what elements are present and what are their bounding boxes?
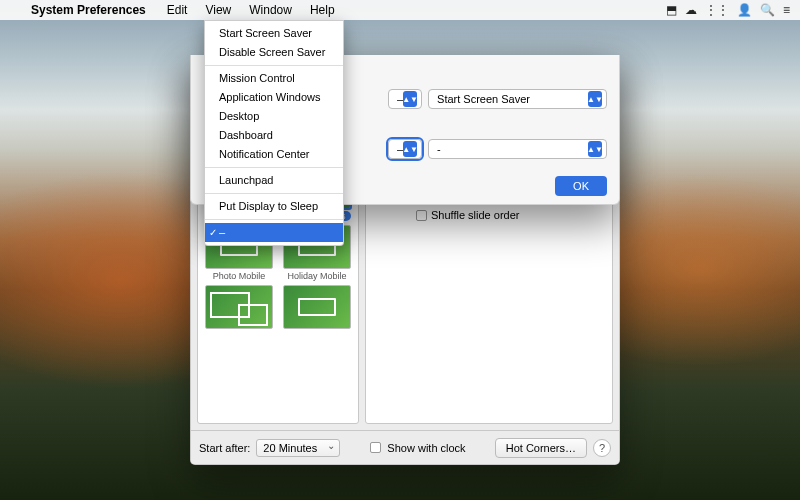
corner-bottom-left-popup[interactable]: –▲▼: [388, 139, 422, 159]
dropdown-item[interactable]: Start Screen Saver: [205, 24, 343, 43]
check-icon: ✓: [209, 225, 217, 240]
thumb-label: Photo Mobile: [205, 271, 273, 281]
separator: [205, 193, 343, 194]
ok-button[interactable]: OK: [555, 176, 607, 196]
start-after-popup[interactable]: 20 Minutes: [256, 439, 340, 457]
help-button[interactable]: ?: [593, 439, 611, 457]
thumb-label: Holiday Mobile: [283, 271, 351, 281]
dropdown-item[interactable]: Dashboard: [205, 126, 343, 145]
screensaver-thumb[interactable]: [202, 285, 276, 331]
bottom-bar: Start after: 20 Minutes Show with clock …: [191, 430, 619, 464]
menu-view[interactable]: View: [196, 0, 240, 20]
spotlight-icon[interactable]: 🔍: [760, 3, 775, 17]
separator: [205, 167, 343, 168]
dropbox-icon[interactable]: ⬒: [666, 3, 677, 17]
separator: [205, 65, 343, 66]
dropdown-item[interactable]: Put Display to Sleep: [205, 197, 343, 216]
app-menu[interactable]: System Preferences: [22, 0, 158, 20]
dropdown-item[interactable]: Disable Screen Saver: [205, 43, 343, 62]
separator: [205, 219, 343, 220]
menubar: System Preferences Edit View Window Help…: [0, 0, 800, 20]
dropdown-item-selected[interactable]: ✓–: [205, 223, 343, 242]
shuffle-checkbox[interactable]: [416, 210, 427, 221]
dropdown-item[interactable]: Desktop: [205, 107, 343, 126]
screensaver-thumb[interactable]: [280, 285, 354, 331]
user-icon[interactable]: 👤: [737, 3, 752, 17]
hot-corners-button[interactable]: Hot Corners…: [495, 438, 587, 458]
start-after-label: Start after:: [199, 442, 250, 454]
dropdown-item[interactable]: Notification Center: [205, 145, 343, 164]
corner-top-left-popup[interactable]: –▲▼: [388, 89, 422, 109]
thumb-image: [283, 285, 351, 329]
menu-edit[interactable]: Edit: [158, 0, 197, 20]
dropdown-item[interactable]: Mission Control: [205, 69, 343, 88]
cloud-icon[interactable]: ☁: [685, 3, 697, 17]
thumb-image: [205, 285, 273, 329]
corner-bottom-right-popup[interactable]: -▲▼: [428, 139, 607, 159]
show-clock-checkbox[interactable]: [370, 442, 381, 453]
menu-help[interactable]: Help: [301, 0, 344, 20]
show-clock-label: Show with clock: [387, 442, 465, 454]
wifi-icon[interactable]: ⋮⋮: [705, 3, 729, 17]
corner-top-right-popup[interactable]: Start Screen Saver▲▼: [428, 89, 607, 109]
dropdown-item[interactable]: Launchpad: [205, 171, 343, 190]
menu-window[interactable]: Window: [240, 0, 301, 20]
corner-options-dropdown[interactable]: Start Screen SaverDisable Screen SaverMi…: [204, 20, 344, 246]
shuffle-label: Shuffle slide order: [431, 209, 519, 221]
notifications-icon[interactable]: ≡: [783, 3, 790, 17]
dropdown-item[interactable]: Application Windows: [205, 88, 343, 107]
